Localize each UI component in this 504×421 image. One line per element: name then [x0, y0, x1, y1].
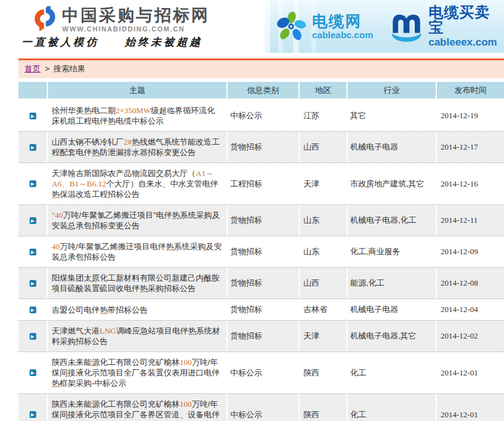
- column-header-industry: 行业: [348, 82, 436, 98]
- category-cell: 货物招标: [228, 299, 298, 320]
- subject-cell: 天津燃气大港LNG调峰应急站项目电伴热系统材料采购招标公告: [48, 321, 226, 351]
- category-cell: 货物招标: [228, 321, 298, 351]
- date-cell: 2014-12-08: [437, 268, 504, 299]
- brand-text: 中国采购与招标网 WWW.CHINABIDDING.COM.CN: [62, 6, 210, 33]
- result-title-link[interactable]: 吉盟公司电伴热带招标公告: [52, 305, 148, 315]
- industry-cell: 机械电子电器,化工: [348, 205, 436, 236]
- result-title-link[interactable]: 山西太钢不锈冷轧厂2#热线燃气系统节能改造工程配套电伴热防泄漏排水器招标变更公告: [52, 137, 223, 158]
- industry-cell: 其它: [348, 100, 436, 131]
- row-icon-cell: ▶: [18, 268, 47, 299]
- arrow-icon: ▶: [30, 180, 36, 187]
- region-cell: 山西: [300, 268, 346, 299]
- table-row: ▶ 阳煤集团太原化工新材料有限公司新建己内酰胺项目硫酸装置硫回收电伴热采购招标公…: [18, 268, 504, 299]
- region-cell: 山东: [300, 236, 346, 267]
- partner-banner: 电缆网 cableabc.com 电缆买卖宝 cableeex.com: [265, 0, 504, 53]
- arrow-icon: ▶: [30, 307, 36, 313]
- results-body: ▶ 徐州华美热电二期2×350MW级超临界循环流化床机组工程电伴热电缆中标公示 …: [18, 100, 504, 421]
- industry-cell: 机械电子电器: [348, 299, 436, 320]
- subject-cell: 阳煤集团太原化工新材料有限公司新建己内酰胺项目硫酸装置硫回收电伴热采购招标公告: [48, 268, 226, 299]
- result-title-link[interactable]: 阳煤集团太原化工新材料有限公司新建己内酰胺项目硫酸装置硫回收电伴热采购招标公告: [52, 273, 223, 294]
- breadcrumb-separator: >: [45, 64, 50, 73]
- column-header-region: 地区: [300, 82, 346, 98]
- cableeex-text: 电缆买卖宝 cableeex.com: [428, 4, 504, 49]
- flower-icon: [276, 10, 308, 42]
- subject-cell: 徐州华美热电二期2×350MW级超临界循环流化床机组工程电伴热电缆中标公示: [48, 100, 226, 131]
- row-icon-cell: ▶: [18, 299, 47, 320]
- result-title-link[interactable]: 徐州华美热电二期2×350MW级超临界循环流化床机组工程电伴热电缆中标公示: [52, 105, 223, 126]
- row-icon-cell: ▶: [18, 236, 47, 267]
- category-cell: 货物招标: [228, 132, 298, 162]
- site-url: WWW.CHINABIDDING.COM.CN: [62, 25, 210, 33]
- search-results-table: 主题 信息类别 地区 行业 发布时间 ▶ 徐州华美热电二期2×350MW级超临界…: [18, 82, 504, 421]
- result-title-link[interactable]: 天津翰吉斯国际农产品物流园交易大厅（A1～A6、B1～B6.12个大厅）自来水、…: [52, 168, 223, 199]
- table-row: ▶ 天津燃气大港LNG调峰应急站项目电伴热系统材料采购招标公告 货物招标 天津 …: [18, 321, 504, 352]
- category-cell: 货物招标: [228, 268, 298, 299]
- arrow-icon: ▶: [30, 411, 36, 418]
- row-icon-cell: ▶: [18, 163, 47, 204]
- region-cell: 山东: [300, 205, 346, 236]
- subject-cell: 天津翰吉斯国际农产品物流园交易大厅（A1～A6、B1～B6.12个大厅）自来水、…: [48, 163, 226, 204]
- cableabc-name: 电缆网: [312, 13, 373, 29]
- result-title-link[interactable]: "40万吨/年聚氯乙烯搬迁项目"电伴热系统采购及安装总承包招标变更公告: [52, 210, 223, 231]
- result-title-link[interactable]: 40万吨/年聚氯乙烯搬迁项目电伴热系统采购及安装总承包招标公告: [52, 241, 223, 262]
- table-row: ▶ "40万吨/年聚氯乙烯搬迁项目"电伴热系统采购及安装总承包招标变更公告 货物…: [18, 205, 504, 236]
- arrow-icon: ▶: [30, 217, 36, 224]
- arrow-icon: ▶: [30, 369, 36, 376]
- table-row: ▶ 陕西未来能源化工有限公司兖矿榆林100万吨/年煤间接液化示范项目全厂各界区管…: [18, 394, 504, 421]
- cableabc-domain: cableabc.com: [312, 30, 373, 40]
- category-cell: 货物招标: [228, 205, 298, 236]
- arrow-icon: ▶: [30, 113, 36, 119]
- breadcrumb-current: 搜索结果: [54, 64, 86, 73]
- breadcrumb: 首页 > 搜索结果: [18, 58, 504, 78]
- site-title: 中国采购与招标网: [62, 6, 210, 25]
- cableabc-text: 电缆网 cableabc.com: [312, 13, 373, 40]
- result-title-link[interactable]: 陕西未来能源化工有限公司兖矿榆林100万吨/年煤间接液化示范项目全厂各界区管道、…: [52, 399, 223, 421]
- category-cell: 工程招标: [228, 163, 298, 204]
- industry-cell: 机械电子电器,其它: [348, 321, 436, 351]
- column-header-subject: 主题: [48, 82, 226, 98]
- m-smile-icon: [389, 9, 424, 44]
- arrow-icon: ▶: [30, 280, 36, 287]
- column-header-category: 信息类别: [228, 82, 298, 98]
- row-icon-cell: ▶: [18, 100, 47, 131]
- cableabc-logo[interactable]: 电缆网 cableabc.com: [276, 10, 373, 42]
- region-cell: 陕西: [300, 394, 346, 421]
- page: 中国采购与招标网 WWW.CHINABIDDING.COM.CN 一直被人模仿 …: [0, 0, 504, 421]
- category-cell: 中标公示: [228, 394, 298, 421]
- industry-cell: 化工: [348, 352, 436, 393]
- chinabidding-logo[interactable]: 中国采购与招标网 WWW.CHINABIDDING.COM.CN: [33, 6, 210, 33]
- date-cell: 2014-12-19: [437, 100, 504, 131]
- cableeex-logo[interactable]: 电缆买卖宝 cableeex.com: [389, 4, 504, 49]
- subject-cell: 40万吨/年聚氯乙烯搬迁项目电伴热系统采购及安装总承包招标公告: [48, 236, 226, 267]
- table-row: ▶ 陕西未来能源化工有限公司兖矿榆林100万吨/年煤间接液化示范项目全厂各装置仪…: [18, 352, 504, 394]
- table-row: ▶ 山西太钢不锈冷轧厂2#热线燃气系统节能改造工程配套电伴热防泄漏排水器招标变更…: [18, 132, 504, 163]
- category-cell: 货物招标: [228, 236, 298, 267]
- subject-cell: 陕西未来能源化工有限公司兖矿榆林100万吨/年煤间接液化示范项目全厂各装置仪表用…: [48, 352, 226, 393]
- column-header-blank: [18, 82, 47, 98]
- result-title-link[interactable]: 陕西未来能源化工有限公司兖矿榆林100万吨/年煤间接液化示范项目全厂各装置仪表用…: [52, 357, 223, 388]
- category-cell: 中标公示: [228, 352, 298, 393]
- region-cell: 天津: [300, 163, 346, 204]
- arrow-icon: ▶: [30, 333, 36, 340]
- date-cell: 2014-12-02: [437, 321, 504, 351]
- date-cell: 2014-12-01: [437, 352, 504, 393]
- industry-cell: 市政房地产建筑,其它: [348, 163, 436, 204]
- table-row: ▶ 徐州华美热电二期2×350MW级超临界循环流化床机组工程电伴热电缆中标公示 …: [18, 100, 504, 132]
- breadcrumb-home-link[interactable]: 首页: [25, 64, 41, 73]
- row-icon-cell: ▶: [18, 132, 47, 162]
- region-cell: 山西: [300, 132, 346, 162]
- subject-cell: 陕西未来能源化工有限公司兖矿榆林100万吨/年煤间接液化示范项目全厂各界区管道、…: [48, 394, 226, 421]
- industry-cell: 化工,商业服务: [348, 236, 436, 267]
- table-header-row: 主题 信息类别 地区 行业 发布时间: [18, 82, 504, 98]
- row-icon-cell: ▶: [18, 394, 47, 421]
- region-cell: 陕西: [300, 352, 346, 393]
- arrow-icon: ▶: [30, 249, 36, 255]
- region-cell: 吉林省: [300, 299, 346, 320]
- table-row: ▶ 吉盟公司电伴热带招标公告 货物招标 吉林省 机械电子电器 2014-12-0…: [18, 299, 504, 321]
- result-title-link[interactable]: 天津燃气大港LNG调峰应急站项目电伴热系统材料采购招标公告: [52, 326, 223, 347]
- column-header-date: 发布时间: [437, 82, 504, 98]
- date-cell: 2014-12-04: [437, 299, 504, 320]
- arrow-icon: ▶: [30, 144, 36, 151]
- subject-cell: "40万吨/年聚氯乙烯搬迁项目"电伴热系统采购及安装总承包招标变更公告: [48, 205, 226, 236]
- row-icon-cell: ▶: [18, 352, 47, 393]
